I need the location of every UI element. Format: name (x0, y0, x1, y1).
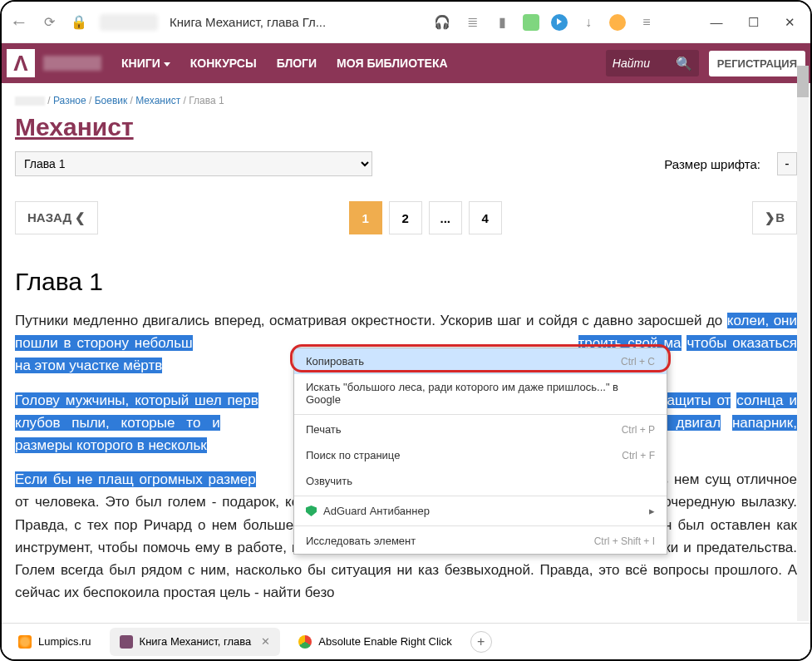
site-logo[interactable]: Λ (7, 49, 35, 77)
crumb-blur (15, 96, 45, 106)
ctx-adguard[interactable]: AdGuard Антибаннер▸ (294, 498, 667, 524)
page-4[interactable]: 4 (469, 201, 502, 234)
minimize-button[interactable]: — (704, 10, 729, 35)
ctx-search-google[interactable]: Искать "большого леса, ради которого им … (294, 374, 667, 412)
font-minus-button[interactable]: - (777, 152, 797, 175)
download-icon[interactable]: ↓ (579, 13, 598, 32)
pager-forward[interactable]: ❯В (752, 201, 797, 234)
extension-cursor-icon[interactable] (551, 14, 568, 31)
search-box[interactable]: 🔍 (606, 50, 699, 76)
page-2[interactable]: 2 (389, 201, 422, 234)
favicon-chrome (298, 635, 312, 649)
crumb-chapter: Глава 1 (189, 95, 224, 106)
chapter-heading: Глава 1 (15, 268, 797, 296)
shield-icon (306, 506, 317, 516)
tab-lumpics[interactable]: Lumpics.ru (8, 628, 101, 656)
search-input[interactable] (613, 57, 671, 70)
pager: НАЗАД ❮ 1 2 ... 4 ❯В (15, 201, 797, 234)
new-tab-button[interactable]: + (470, 631, 492, 653)
ctx-copy[interactable]: КопироватьCtrl + C (294, 348, 667, 374)
context-menu: КопироватьCtrl + C Искать "большого леса… (293, 348, 667, 555)
browser-tabbar: Lumpics.ru Книга Механист, глава✕ Absolu… (2, 623, 810, 659)
bookmark-icon[interactable]: ▮ (493, 13, 511, 32)
pager-back[interactable]: НАЗАД ❮ (15, 201, 98, 234)
chevron-down-icon (164, 62, 170, 67)
reader-icon[interactable]: ≣ (463, 13, 481, 32)
search-icon[interactable]: 🔍 (676, 56, 692, 72)
crumb-misc[interactable]: Разное (53, 95, 86, 106)
favicon-lumpics (18, 635, 32, 649)
ctx-find[interactable]: Поиск по страницеCtrl + F (294, 442, 667, 468)
crumb-action[interactable]: Боевик (95, 95, 128, 106)
favicon-book (120, 635, 133, 649)
ctx-print[interactable]: ПечатьCtrl + P (294, 417, 667, 442)
browser-toolbar: ← ⟳ 🔒 Книга Механист, глава Гл... 🎧 ≣ ▮ … (2, 2, 810, 43)
ctx-inspect[interactable]: Исследовать элементCtrl + Shift + I (294, 528, 667, 554)
back-icon[interactable]: ← (10, 12, 28, 33)
headphones-icon[interactable]: 🎧 (433, 13, 451, 32)
nav-books[interactable]: КНИГИ (121, 57, 170, 70)
font-size-label: Размер шрифта: (664, 157, 760, 171)
menu-icon[interactable]: ≡ (637, 13, 656, 32)
nav-blogs[interactable]: БЛОГИ (277, 57, 317, 70)
page-title-chrome: Книга Механист, глава Гл... (170, 15, 326, 29)
breadcrumb: / Разное / Боевик / Механист / Глава 1 (15, 95, 797, 106)
crumb-book[interactable]: Механист (135, 95, 180, 106)
site-header: Λ КНИГИ КОНКУРСЫ БЛОГИ МОЯ БИБЛИОТЕКА 🔍 … (2, 43, 810, 83)
chevron-right-icon: ▸ (649, 505, 655, 517)
lock-icon: 🔒 (70, 13, 88, 32)
page-dots: ... (429, 201, 462, 234)
site-name-blur (43, 56, 101, 71)
ctx-speak[interactable]: Озвучить (294, 468, 667, 494)
tab-mechanist[interactable]: Книга Механист, глава✕ (110, 628, 281, 656)
extension-orange-icon[interactable] (609, 14, 626, 31)
chapter-select[interactable]: Глава 1 (15, 151, 372, 176)
register-button[interactable]: РЕГИСТРАЦИЯ (709, 51, 805, 76)
reload-icon[interactable]: ⟳ (40, 13, 58, 32)
url-blur (100, 14, 158, 31)
extension-green-icon[interactable] (523, 14, 539, 31)
tab-absolute-enable[interactable]: Absolute Enable Right Click (288, 628, 461, 656)
close-window-button[interactable]: ✕ (777, 10, 802, 35)
page-1[interactable]: 1 (349, 201, 382, 234)
close-tab-icon[interactable]: ✕ (261, 635, 270, 648)
nav-library[interactable]: МОЯ БИБЛИОТЕКА (337, 57, 447, 70)
book-title[interactable]: Механист (15, 113, 797, 141)
maximize-button[interactable]: ☐ (741, 10, 765, 35)
nav-contests[interactable]: КОНКУРСЫ (190, 57, 257, 70)
